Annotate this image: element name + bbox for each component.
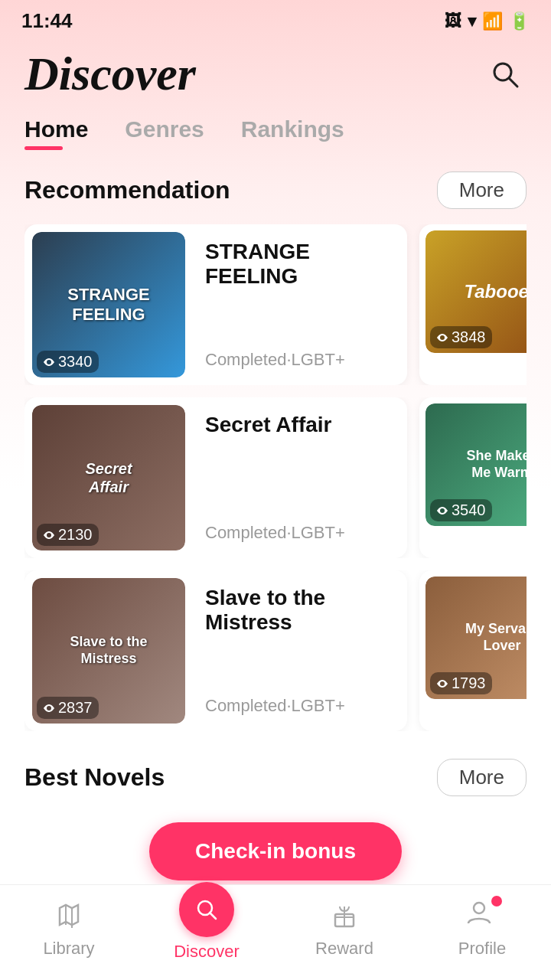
- image-icon: 🖼: [445, 11, 461, 31]
- battery-icon: 🔋: [509, 11, 530, 31]
- book-cover-my-servant-lover: My ServantLover 1793: [425, 577, 527, 699]
- search-button[interactable]: [484, 53, 527, 96]
- bottom-navigation: Library Discover Reward: [0, 884, 551, 980]
- status-icons: 🖼 ▾ 📶 🔋: [445, 11, 530, 31]
- nav-library-label: Library: [43, 939, 94, 959]
- header: Discover: [0, 39, 551, 116]
- book-title-secret-affair: Secret Affair: [205, 413, 395, 437]
- views-slave-to-the-mistress: 2837: [37, 697, 99, 719]
- status-bar: 11:44 🖼 ▾ 📶 🔋: [0, 0, 551, 39]
- book-meta-strange-feeling: Completed·LGBT+: [205, 350, 395, 370]
- book-cover-secret-affair: SecretAffair 2130: [32, 405, 185, 550]
- views-strange-feeling: 3340: [37, 351, 99, 373]
- views-tabooed: 3848: [430, 326, 492, 348]
- svg-line-5: [210, 913, 216, 919]
- recommendation-header: Recommendation More: [0, 172, 551, 209]
- book-title-slave-to-the-mistress: Slave to the Mistress: [205, 586, 395, 635]
- views-she-makes-me-warm: 3540: [430, 499, 492, 521]
- wifi-icon: ▾: [468, 11, 476, 31]
- book-row-1: STRANGEFEELING 3340 STRANGE FEELING Comp…: [0, 224, 551, 385]
- page-title: Discover: [24, 47, 196, 101]
- book-card-strange-feeling[interactable]: STRANGEFEELING 3340 STRANGE FEELING Comp…: [24, 224, 407, 385]
- book-card-she-makes-me-warm[interactable]: She MakesMe Warm 3540: [419, 397, 527, 558]
- book-info-strange-feeling: STRANGE FEELING Completed·LGBT+: [193, 224, 407, 385]
- nav-discover[interactable]: Discover: [161, 897, 253, 962]
- book-info-secret-affair: Secret Affair Completed·LGBT+: [193, 397, 407, 558]
- book-card-slave-to-the-mistress[interactable]: Slave to theMistress 2837 Slave to the M…: [24, 570, 407, 731]
- best-novels-more-button[interactable]: More: [437, 759, 527, 796]
- nav-discover-label: Discover: [174, 942, 240, 962]
- tab-genres[interactable]: Genres: [125, 116, 204, 150]
- views-secret-affair: 2130: [37, 524, 99, 546]
- views-my-servant-lover: 1793: [430, 672, 492, 694]
- book-cover-tabooed: Tabooed 3848: [425, 230, 527, 353]
- main-tabs: Home Genres Rankings: [0, 116, 551, 150]
- book-card-tabooed[interactable]: Tabooed 3848: [419, 224, 527, 385]
- book-meta-secret-affair: Completed·LGBT+: [205, 523, 395, 543]
- nav-profile[interactable]: Profile: [436, 897, 528, 962]
- nav-profile-label: Profile: [458, 939, 506, 959]
- library-icon: [51, 897, 87, 934]
- reward-icon: [326, 897, 363, 934]
- profile-icon-wrapper: [464, 897, 500, 934]
- recommendation-more-button[interactable]: More: [437, 172, 527, 209]
- book-info-slave-to-the-mistress: Slave to the Mistress Completed·LGBT+: [193, 570, 407, 731]
- nav-library[interactable]: Library: [23, 897, 115, 962]
- best-novels-title: Best Novels: [24, 763, 165, 792]
- book-row-2: SecretAffair 2130 Secret Affair Complete…: [0, 397, 551, 558]
- svg-line-1: [509, 78, 517, 87]
- nav-reward-label: Reward: [315, 939, 373, 959]
- recommendation-title: Recommendation: [24, 176, 230, 204]
- book-cover-she-makes-me-warm: She MakesMe Warm 3540: [425, 403, 527, 526]
- tab-rankings[interactable]: Rankings: [241, 116, 344, 150]
- profile-notification-dot: [491, 896, 502, 906]
- best-novels-header: Best Novels More: [0, 743, 551, 796]
- book-meta-slave-to-the-mistress: Completed·LGBT+: [205, 696, 395, 716]
- checkin-bonus-button[interactable]: Check-in bonus: [149, 822, 402, 880]
- book-title-strange-feeling: STRANGE FEELING: [205, 240, 395, 289]
- book-row-3: Slave to theMistress 2837 Slave to the M…: [0, 570, 551, 731]
- status-time: 11:44: [21, 9, 73, 33]
- book-card-secret-affair[interactable]: SecretAffair 2130 Secret Affair Complete…: [24, 397, 407, 558]
- tab-home[interactable]: Home: [24, 116, 88, 150]
- book-cover-slave-to-the-mistress: Slave to theMistress 2837: [32, 578, 185, 724]
- book-card-my-servant-lover[interactable]: My ServantLover 1793: [419, 570, 527, 731]
- nav-reward[interactable]: Reward: [298, 897, 390, 962]
- discover-circle: [179, 882, 234, 937]
- signal-icon: 📶: [482, 11, 503, 31]
- svg-point-9: [474, 903, 484, 913]
- book-cover-strange-feeling: STRANGEFEELING 3340: [32, 232, 185, 377]
